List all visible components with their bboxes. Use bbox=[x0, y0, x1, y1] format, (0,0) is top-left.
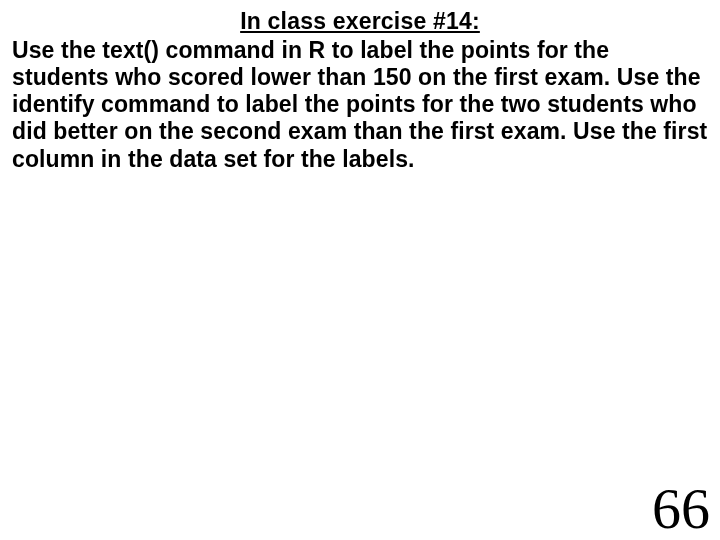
page-number: 66 bbox=[652, 480, 710, 538]
slide-heading: In class exercise #14: bbox=[12, 8, 708, 35]
slide-body-text: Use the text() command in R to label the… bbox=[12, 37, 708, 173]
slide-container: In class exercise #14: Use the text() co… bbox=[0, 0, 720, 540]
